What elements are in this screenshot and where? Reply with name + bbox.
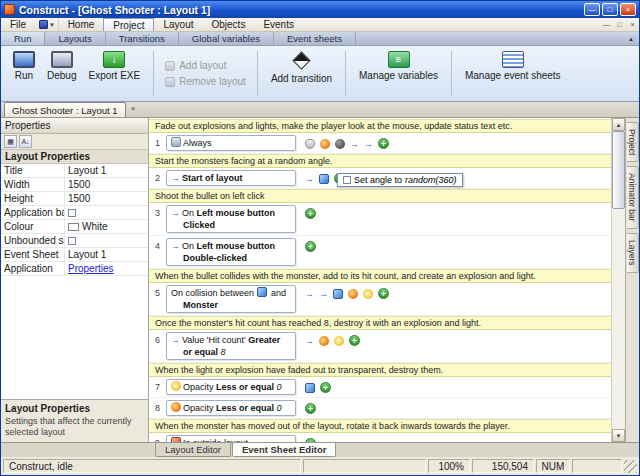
layout-buttons-stack: Add layout Remove layout [161,49,250,98]
condition-box[interactable]: →Start of layout [166,170,296,186]
side-tab-animator-bar[interactable]: Animator bar [627,166,639,229]
property-value[interactable]: White [65,220,148,233]
scroll-up-icon[interactable]: ▲ [612,118,625,131]
side-tab-project[interactable]: Project [627,122,639,162]
comment-row[interactable]: Shoot the bullet on left click [149,189,611,203]
action-popup[interactable]: Set angle to random(360) [337,173,463,187]
collapse-ribbon-icon[interactable]: ▴ [623,32,639,45]
explosion-icon[interactable] [348,289,358,299]
sort-az-icon[interactable]: A↓ [19,135,32,148]
manage-event-sheets-button[interactable]: Manage event sheets [459,49,567,98]
add-action-button[interactable]: + [305,438,316,442]
property-value[interactable]: Layout 1 [65,164,148,177]
minimize-icon[interactable]: — [584,3,600,16]
menu-tab-file[interactable]: File [1,18,35,31]
condition-box[interactable]: Opacity Less or equal 0 [166,379,296,395]
menu-tab-layout[interactable]: Layout [154,18,202,31]
condition-box[interactable]: →On Left mouse buttonClicked [166,205,296,233]
resize-grip[interactable] [624,460,637,473]
add-action-button[interactable]: + [305,241,316,252]
sprite-icon[interactable] [333,289,343,299]
condition-box[interactable]: Opacity Less or equal 0 [166,400,296,416]
condition-line: On collision between and [171,287,291,299]
mdi-close-icon[interactable]: × [626,18,639,31]
menu-tab-events[interactable]: Events [254,18,303,31]
add-action-button[interactable]: + [378,288,389,299]
condition-box[interactable]: Always [166,135,296,151]
run-icon [13,51,35,68]
debug-button[interactable]: Debug [41,49,82,98]
menu-tab-objects[interactable]: Objects [202,18,254,31]
properties-panel-title: Properties [1,118,148,134]
explosion-icon[interactable] [319,336,329,346]
document-tab[interactable]: Ghost Shooter : Layout 1 [4,102,126,117]
categorized-icon[interactable]: ▦ [4,135,17,148]
mdi-minimize-icon[interactable]: — [600,18,613,31]
arrow-icon[interactable]: → [305,336,314,346]
vertical-scrollbar[interactable]: ▲ ▼ [611,118,625,442]
event-row: 9Is outside layout+ [149,433,611,442]
light-icon[interactable] [334,336,344,346]
sprite-icon[interactable] [305,383,315,393]
ball-icon[interactable] [335,139,345,149]
run-button[interactable]: Run [7,49,41,98]
add-action-button[interactable]: + [305,208,316,219]
property-value-text: White [82,221,108,232]
chevron-down-icon[interactable]: ▾ [50,21,54,29]
side-tab-layers[interactable]: Layers [627,233,639,273]
mdi-restore-icon[interactable]: □ [613,18,626,31]
condition-box[interactable]: Is outside layout [166,435,296,442]
debug-icon [51,51,73,68]
add-transition-button[interactable]: Add transition [265,49,338,98]
property-row: ColourWhite [1,220,148,234]
export-exe-button[interactable]: Export EXE [82,49,146,98]
mouse-icon[interactable] [305,139,315,149]
condition-box[interactable]: →On Left mouse buttonDouble-clicked [166,238,296,266]
arrow-icon[interactable]: → [350,139,359,149]
add-action-button[interactable]: + [320,382,331,393]
status-empty-segment [572,459,622,473]
property-value[interactable]: 1500 [65,178,148,191]
condition-box[interactable]: →Value 'Hit count' Greateror equal 8 [166,332,296,360]
save-icon[interactable] [39,20,48,29]
scroll-down-icon[interactable]: ▼ [612,429,625,442]
condition-text: Monster [183,300,218,310]
properties-link[interactable]: Properties [68,263,114,274]
comment-row[interactable]: When the bullet collides with the monste… [149,269,611,283]
arrow-icon[interactable]: → [319,289,328,299]
close-icon[interactable]: × [620,3,636,16]
comment-row[interactable]: Once the monster's hit count has reached… [149,316,611,330]
property-value[interactable]: Layout 1 [65,248,148,261]
property-value[interactable]: 1500 [65,192,148,205]
property-group-header: Layout Properties [1,150,148,164]
comment-row[interactable]: Fade out explosions and lights, make the… [149,119,611,133]
tab-event-sheet-editor[interactable]: Event Sheet Editor [232,443,336,457]
menu-tab-project[interactable]: Project [103,18,154,31]
checkbox[interactable] [68,237,76,245]
arrow-icon[interactable]: → [364,139,373,149]
comment-text: Shoot the bullet on left click [155,191,265,201]
light-icon[interactable] [363,289,373,299]
condition-box[interactable]: On collision between andMonster [166,285,296,313]
popup-checkbox[interactable] [343,176,351,184]
menu-tab-home[interactable]: Home [59,18,104,31]
add-action-button[interactable]: + [305,403,316,414]
condition-text: 0 [274,382,282,392]
checkbox[interactable] [68,209,76,217]
manage-variables-button[interactable]: Manage variables [353,49,444,98]
arrow-icon: → [171,172,180,184]
add-layout-icon [165,61,175,71]
arrow-icon[interactable]: → [305,174,314,184]
scrollbar-thumb[interactable] [612,131,625,209]
comment-row[interactable]: Start the monsters facing at a random an… [149,154,611,168]
maximize-icon[interactable]: □ [602,3,618,16]
add-action-button[interactable]: + [349,335,360,346]
add-action-button[interactable]: + [378,138,389,149]
comment-row[interactable]: When the monster has moved out of the la… [149,419,611,433]
tab-close-icon[interactable]: × [131,104,136,113]
tab-layout-editor[interactable]: Layout Editor [155,443,231,457]
explosion-icon[interactable] [320,139,330,149]
sprite-icon[interactable] [319,174,329,184]
comment-row[interactable]: When the light or explosion have faded o… [149,363,611,377]
arrow-icon[interactable]: → [305,289,314,299]
